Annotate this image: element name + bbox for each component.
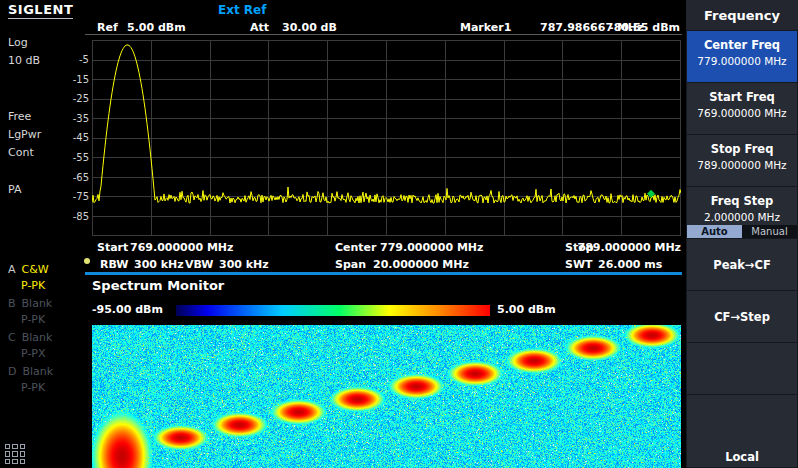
trace-detector: P-PX [21,346,52,362]
trace-id: D [8,365,16,378]
center-value: 779.000000 MHz [380,241,483,254]
trace-mode: Blank [22,365,53,378]
lgpwr-label: LgPwr [8,128,41,141]
trace-mode: Blank [22,297,53,310]
soft-menu: Frequency Center Freq 779.000000 MHz Sta… [686,0,798,468]
center-label: Center [335,241,377,254]
color-scale-max: 5.00 dBm [497,303,556,316]
trace-mode: C&W [22,263,49,276]
menu-grid-icon[interactable] [5,444,25,464]
spectrum-monitor-title: Spectrum Monitor [92,278,224,293]
trace-detector: P-PK [21,278,49,294]
sweep-indicator-icon [84,258,90,264]
trace-mode: Blank [22,331,53,344]
vbw-value: 300 kHz [219,258,269,271]
spectrum-plot: -5 -15 -25 -35 -45 -55 -65 -75 -85 [92,40,681,236]
menu-title: Frequency [686,0,798,30]
ref-label: Ref [97,21,118,34]
y-axis-tick: -25 [73,93,89,104]
marker-label: Marker1 [460,21,511,34]
trace-b-status: BBlank P-PK [8,296,52,328]
y-axis-tick: -65 [73,172,89,183]
analyzer-screen: SIGLENT Ext Ref Log 10 dB Free LgPwr Con… [0,0,798,468]
menu-button-blank-2 [687,395,797,446]
trace-a-status: AC&W P-PK [8,262,49,294]
trigger-mode-label: Free [8,110,31,123]
start-label: Start [97,241,128,254]
spectrum-canvas[interactable] [92,40,681,236]
ref-value: 5.00 dBm [127,21,186,34]
y-axis-tick: -55 [73,152,89,163]
trace-id: A [8,263,16,276]
stop-value: 789.000000 MHz [578,241,681,254]
section-separator [85,272,682,275]
trace-id: C [8,331,16,344]
y-axis-tick: -75 [73,191,89,202]
toggle-auto[interactable]: Auto [687,225,742,238]
trace-d-status: DBlank P-PK [8,364,53,396]
brand-logo: SIGLENT [8,2,73,19]
trace-detector: P-PK [21,380,53,396]
spectrogram-canvas [92,325,681,468]
marker-ampl-value: -80.55 dBm [609,21,680,34]
swt-label: SWT [565,258,593,271]
rbw-label: RBW [100,258,128,271]
local-button[interactable]: Local [687,446,797,467]
amplitude-scale-label: Log [8,36,28,49]
span-value: 20.000000 MHz [373,258,469,271]
stop-freq-button[interactable]: Stop Freq 789.000000 MHz [687,135,797,186]
att-label: Att [250,21,269,34]
freq-step-button[interactable]: Freq Step 2.000000 MHz Auto Manual [687,187,797,238]
preamp-label: PA [8,183,21,196]
y-axis-tick: -85 [73,211,89,222]
trace-id: B [8,297,16,310]
att-value: 30.00 dB [282,21,337,34]
ext-ref-status: Ext Ref [218,3,266,17]
color-scale-bar [176,305,490,316]
y-axis-tick: -5 [79,54,89,65]
swt-value: 26.000 ms [598,258,662,271]
sweep-mode-label: Cont [8,146,34,159]
bw-info-row: RBW 300 kHz VBW 300 kHz Span 20.000000 M… [92,258,681,273]
span-label: Span [335,258,366,271]
vbw-label: VBW [185,258,213,271]
center-freq-button[interactable]: Center Freq 779.000000 MHz [687,31,797,82]
freq-info-row: Start 769.000000 MHz Center 779.000000 M… [92,241,681,256]
trace-detector: P-PK [21,312,52,328]
scale-per-div-label: 10 dB [8,54,40,67]
measurement-header: Ref 5.00 dBm Att 30.00 dB Marker1 787.98… [85,21,682,35]
y-axis-tick: -35 [73,113,89,124]
trace-c-status: CBlank P-PX [8,330,52,362]
menu-button-blank-1 [687,343,797,394]
color-scale-min: -95.00 dBm [92,303,163,316]
start-value: 769.000000 MHz [130,241,233,254]
freq-step-toggle: Auto Manual [687,225,797,238]
peak-to-cf-button[interactable]: Peak→CF [687,239,797,290]
start-freq-button[interactable]: Start Freq 769.000000 MHz [687,83,797,134]
toggle-manual[interactable]: Manual [742,225,797,238]
spectrogram-plot [92,325,681,468]
cf-to-step-button[interactable]: CF→Step [687,291,797,342]
y-axis-tick: -45 [73,132,89,143]
y-axis-tick: -15 [73,74,89,85]
rbw-value: 300 kHz [134,258,184,271]
